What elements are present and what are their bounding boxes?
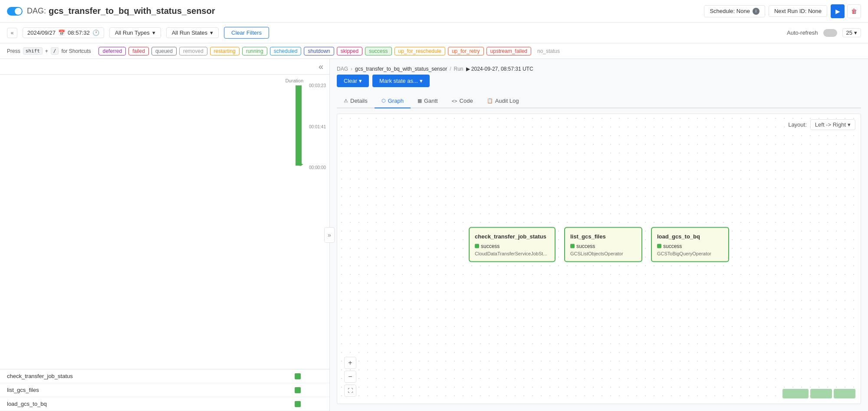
tab-code[interactable]: <> Code bbox=[445, 94, 480, 108]
header: DAG: gcs_transfer_to_bq_with_status_sens… bbox=[0, 0, 868, 23]
collapse-left-button[interactable]: « bbox=[316, 61, 326, 72]
chart-area: Duration 00:03:23 00:01:41 00:00:00 ▶ bbox=[0, 75, 329, 369]
node-3-operator: GCSToBigQueryOperator bbox=[657, 251, 723, 256]
node-check-transfer[interactable]: check_transfer_job_status success CloudD… bbox=[469, 227, 556, 262]
dag-toggle[interactable] bbox=[7, 7, 23, 16]
node-2-status-label: success bbox=[576, 243, 595, 249]
play-button[interactable]: ▶ bbox=[831, 4, 845, 18]
mark-state-chevron-icon: ▾ bbox=[420, 78, 423, 84]
task-row-2[interactable]: list_gcs_files bbox=[0, 383, 329, 397]
main-content: « Duration 00:03:23 00:01:41 00:00:00 ▶ … bbox=[0, 59, 868, 411]
auto-refresh-label: Auto-refresh bbox=[787, 29, 818, 36]
clear-filters-button[interactable]: Clear Filters bbox=[224, 27, 269, 39]
breadcrumb-run-label: Run bbox=[454, 66, 464, 72]
node-1-status-label: success bbox=[481, 243, 500, 249]
right-panel-inner: DAG › gcs_transfer_to_bq_with_status_sen… bbox=[330, 59, 868, 411]
badge-removed[interactable]: removed bbox=[179, 47, 207, 55]
time-label-2: 00:01:41 bbox=[303, 124, 326, 129]
shift-key: shift bbox=[23, 47, 43, 55]
tab-gantt[interactable]: ▦ Gantt bbox=[411, 94, 445, 108]
action-buttons: Clear ▾ Mark state as... ▾ bbox=[337, 75, 861, 87]
mini-node-1 bbox=[783, 389, 809, 398]
details-tab-label: Details bbox=[350, 98, 368, 104]
delete-button[interactable]: 🗑 bbox=[847, 4, 861, 18]
code-icon: <> bbox=[452, 98, 457, 104]
breadcrumb-dag-name: gcs_transfer_to_bq_with_status_sensor bbox=[355, 66, 447, 72]
breadcrumb-run-info: ▶ 2024-09-27, 08:57:31 UTC bbox=[466, 66, 533, 72]
gantt-icon: ▦ bbox=[418, 98, 422, 104]
mark-state-label: Mark state as... bbox=[379, 78, 418, 84]
zoom-controls: + − ⛶ bbox=[344, 357, 356, 397]
date-time-input[interactable]: 2024/09/27 📅 08:57:32 🕐 bbox=[23, 27, 104, 38]
slash-key: / bbox=[51, 47, 59, 55]
badge-queued[interactable]: queued bbox=[151, 47, 177, 55]
node-load-gcs-to-bq[interactable]: load_gcs_to_bq success GCSToBigQueryOper… bbox=[651, 227, 729, 262]
plus-text: + bbox=[45, 48, 48, 54]
node-2-status: success bbox=[570, 243, 636, 249]
date-value: 2024/09/27 bbox=[27, 29, 56, 36]
layout-value: Left -> Right bbox=[815, 121, 846, 128]
layout-select[interactable]: Left -> Right ▾ bbox=[810, 119, 855, 130]
badge-success[interactable]: success bbox=[365, 47, 391, 55]
right-panel: DAG › gcs_transfer_to_bq_with_status_sen… bbox=[330, 59, 868, 411]
task-status-indicator-1 bbox=[295, 373, 301, 379]
node-2-operator: GCSListObjectsOperator bbox=[570, 251, 636, 256]
duration-label: Duration bbox=[285, 78, 303, 83]
tab-graph[interactable]: ⬡ Graph bbox=[375, 94, 411, 108]
node-1-title: check_transfer_job_status bbox=[475, 233, 549, 239]
task-row-1[interactable]: check_transfer_job_status bbox=[0, 369, 329, 383]
badge-no-status[interactable]: no_status bbox=[534, 47, 563, 55]
run-types-select[interactable]: All Run Types ▾ bbox=[109, 27, 161, 38]
badge-shutdown[interactable]: shutdown bbox=[304, 47, 334, 55]
node-3-status-label: success bbox=[663, 243, 682, 249]
zoom-out-button[interactable]: − bbox=[344, 371, 356, 383]
panel-divider-expand[interactable]: » bbox=[324, 227, 335, 243]
run-states-label: All Run States bbox=[172, 29, 207, 36]
badge-deferred[interactable]: deferred bbox=[99, 47, 126, 55]
zoom-in-button[interactable]: + bbox=[344, 357, 356, 369]
layout-selector: Layout: Left -> Right ▾ bbox=[788, 119, 855, 130]
time-label-1: 00:03:23 bbox=[303, 83, 326, 88]
collapse-button[interactable]: « bbox=[7, 28, 17, 38]
refresh-count-select[interactable]: 25 ▾ bbox=[842, 28, 861, 37]
dag-breadcrumb-label: DAG bbox=[337, 66, 348, 72]
badge-upstream-failed[interactable]: upstream_failed bbox=[487, 47, 531, 55]
node-list-gcs-files[interactable]: list_gcs_files success GCSListObjectsOpe… bbox=[564, 227, 642, 262]
badge-restarting[interactable]: restarting bbox=[210, 47, 240, 55]
auto-refresh-toggle[interactable] bbox=[823, 29, 837, 37]
badge-failed[interactable]: failed bbox=[128, 47, 149, 55]
node-3-status: success bbox=[657, 243, 723, 249]
tab-details[interactable]: ⚠ Details bbox=[337, 94, 375, 108]
badge-running[interactable]: running bbox=[242, 47, 267, 55]
graph-icon: ⬡ bbox=[381, 98, 386, 104]
filter-bar: « 2024/09/27 📅 08:57:32 🕐 All Run Types … bbox=[0, 23, 868, 43]
layout-chevron-icon: ▾ bbox=[848, 121, 851, 128]
node-1-status-dot bbox=[475, 244, 479, 248]
mark-state-button[interactable]: Mark state as... ▾ bbox=[372, 75, 430, 87]
time-labels: 00:03:23 00:01:41 00:00:00 bbox=[303, 83, 326, 170]
badge-scheduled[interactable]: scheduled bbox=[270, 47, 302, 55]
tabs: ⚠ Details ⬡ Graph ▦ Gantt <> Code 📋 A bbox=[337, 94, 861, 108]
breadcrumb: DAG › gcs_transfer_to_bq_with_status_sen… bbox=[337, 66, 861, 72]
clear-button[interactable]: Clear ▾ bbox=[337, 75, 369, 87]
badge-up-for-reschedule[interactable]: up_for_reschedule bbox=[395, 47, 445, 55]
clock-icon: 🕐 bbox=[92, 29, 99, 36]
dag-title: gcs_transfer_to_bq_with_status_sensor bbox=[49, 6, 215, 16]
fit-view-button[interactable]: ⛶ bbox=[344, 385, 356, 397]
node-2-status-dot bbox=[570, 244, 575, 248]
breadcrumb-sep-2: / bbox=[450, 66, 451, 72]
layout-label: Layout: bbox=[788, 121, 807, 128]
task-row-3[interactable]: load_gcs_to_bq bbox=[0, 397, 329, 411]
run-states-select[interactable]: All Run States ▾ bbox=[166, 27, 219, 38]
badge-up-for-retry[interactable]: up_for_retry bbox=[448, 47, 484, 55]
clear-chevron-icon: ▾ bbox=[359, 78, 362, 84]
audit-log-icon: 📋 bbox=[487, 98, 493, 104]
schedule-label: Schedule: None bbox=[710, 8, 750, 14]
breadcrumb-sep-1: › bbox=[351, 66, 352, 72]
badge-skipped[interactable]: skipped bbox=[337, 47, 362, 55]
tab-audit-log[interactable]: 📋 Audit Log bbox=[480, 94, 526, 108]
gantt-tab-label: Gantt bbox=[424, 98, 438, 104]
node-1-operator: CloudDataTransferServiceJobSt... bbox=[475, 251, 549, 256]
schedule-info-icon[interactable]: i bbox=[753, 8, 760, 15]
clear-button-label: Clear bbox=[344, 78, 357, 84]
